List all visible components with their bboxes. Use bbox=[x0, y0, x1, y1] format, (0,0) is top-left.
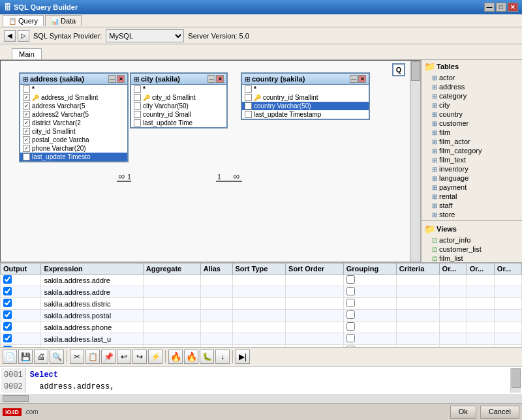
field-postal-code[interactable]: postal_code Varcha bbox=[20, 136, 127, 144]
field-last-update[interactable]: last_update Timesto bbox=[20, 153, 127, 161]
tree-item-customer[interactable]: ⊞customer bbox=[422, 119, 522, 128]
sql-editor[interactable]: 0001 0002 0003 0004 0005 Select address.… bbox=[0, 367, 522, 394]
close-button[interactable]: ✕ bbox=[508, 3, 518, 12]
tree-item-address[interactable]: ⊞address bbox=[422, 82, 522, 91]
field-address-id[interactable]: 🔑 address_id Smallint bbox=[20, 93, 127, 102]
sql-scroll-thumb[interactable] bbox=[512, 368, 521, 388]
tree-item-inventory[interactable]: ⊞inventory bbox=[422, 164, 522, 173]
field-check[interactable] bbox=[134, 94, 141, 101]
toolbar-btn-1[interactable]: ◀ bbox=[4, 30, 16, 42]
field-check[interactable] bbox=[23, 153, 30, 160]
tree-item-city[interactable]: ⊞city bbox=[422, 100, 522, 110]
grid-scroll[interactable]: Output Expression Aggregate Alias Sort T… bbox=[0, 263, 522, 347]
field-country-name[interactable]: country Varchar(50) bbox=[242, 102, 369, 110]
run-btn[interactable]: 🔥 bbox=[168, 350, 183, 364]
field-check[interactable] bbox=[245, 102, 252, 110]
table-city-minimize[interactable]: — bbox=[207, 75, 215, 83]
ok-button[interactable]: Ok bbox=[450, 406, 476, 419]
row-check-3[interactable] bbox=[3, 299, 12, 307]
row-group-4[interactable] bbox=[346, 310, 355, 319]
new-btn[interactable]: 📄 bbox=[3, 350, 17, 364]
table-city-close[interactable]: ✕ bbox=[216, 75, 224, 83]
table-address-minimize[interactable]: — bbox=[108, 75, 116, 83]
field-district[interactable]: district Varchar(2 bbox=[20, 119, 127, 127]
row-check-4[interactable] bbox=[3, 310, 12, 319]
tab-query[interactable]: 📋 Query bbox=[3, 15, 44, 26]
tree-item-store[interactable]: ⊞store bbox=[422, 210, 522, 219]
field-check[interactable] bbox=[245, 94, 252, 101]
row-group-3[interactable] bbox=[346, 299, 355, 307]
copy-btn[interactable]: 📋 bbox=[85, 350, 100, 364]
row-group-1[interactable] bbox=[346, 275, 355, 284]
row-group-5[interactable] bbox=[346, 322, 355, 331]
table-country-close[interactable]: ✕ bbox=[358, 75, 366, 83]
views-tree-header[interactable]: 📁 Views bbox=[422, 222, 522, 235]
row-check-5[interactable] bbox=[3, 322, 12, 331]
canvas-vscrollbar[interactable] bbox=[410, 61, 420, 262]
field-check[interactable] bbox=[23, 136, 30, 143]
field-address-star[interactable]: * bbox=[20, 85, 127, 93]
field-check[interactable] bbox=[23, 145, 30, 152]
tree-item-film-actor[interactable]: ⊞film_actor bbox=[422, 137, 522, 146]
field-country-last-update[interactable]: last_update Timestamp bbox=[242, 110, 369, 119]
field-address2[interactable]: address2 Varchar(5 bbox=[20, 110, 127, 119]
field-city-last-update[interactable]: last_update Time bbox=[131, 119, 226, 127]
main-tab[interactable]: Main bbox=[12, 48, 42, 59]
row-group-2[interactable] bbox=[346, 287, 355, 295]
field-city-country-id[interactable]: country_id Small bbox=[131, 110, 226, 119]
field-check[interactable] bbox=[134, 111, 141, 118]
row-check-2[interactable] bbox=[3, 287, 12, 295]
tree-item-language[interactable]: ⊞language bbox=[422, 173, 522, 183]
field-country-star[interactable]: * bbox=[242, 85, 369, 93]
print-btn[interactable]: 🖨 bbox=[34, 350, 48, 364]
field-check[interactable] bbox=[245, 111, 252, 118]
field-city-id[interactable]: city_id Smallint bbox=[20, 127, 127, 136]
field-check[interactable] bbox=[134, 102, 141, 110]
field-check[interactable] bbox=[23, 94, 30, 101]
tree-item-actor-info[interactable]: ⊡actor_info bbox=[422, 235, 522, 245]
field-check[interactable] bbox=[23, 85, 30, 93]
sql-content[interactable]: Select address.address, address.address2… bbox=[26, 368, 510, 393]
save-btn[interactable]: 💾 bbox=[18, 350, 33, 364]
maximize-button[interactable]: □ bbox=[496, 3, 506, 12]
tree-item-country[interactable]: ⊞country bbox=[422, 110, 522, 119]
sql-vscrollbar[interactable] bbox=[510, 368, 521, 393]
tree-item-payment[interactable]: ⊞payment bbox=[422, 183, 522, 192]
redo-btn[interactable]: ↪ bbox=[132, 350, 147, 364]
tree-item-film[interactable]: ⊞film bbox=[422, 128, 522, 137]
field-check[interactable] bbox=[134, 85, 141, 93]
field-check[interactable] bbox=[23, 119, 30, 127]
cancel-button[interactable]: Cancel bbox=[480, 406, 519, 419]
tree-item-film-text[interactable]: ⊞film_text bbox=[422, 155, 522, 164]
field-check[interactable] bbox=[245, 85, 252, 93]
paste-btn[interactable]: 📌 bbox=[101, 350, 115, 364]
row-check-1[interactable] bbox=[3, 275, 12, 284]
end-btn[interactable]: ▶| bbox=[236, 350, 250, 364]
field-check[interactable] bbox=[134, 119, 141, 127]
search-btn[interactable]: 🔍 bbox=[50, 350, 64, 364]
debug-btn[interactable]: 🐛 bbox=[200, 350, 214, 364]
tree-item-actor[interactable]: ⊞actor bbox=[422, 73, 522, 82]
field-city-name[interactable]: city Varchar(50) bbox=[131, 102, 226, 110]
field-check[interactable] bbox=[23, 128, 30, 135]
tab-data[interactable]: 📊 Data bbox=[45, 15, 82, 26]
stop-btn[interactable]: 🔥 bbox=[184, 350, 198, 364]
format-btn[interactable]: ⚡ bbox=[148, 350, 162, 364]
tables-tree-header[interactable]: 📁 Tables bbox=[422, 60, 522, 73]
sql-syntax-select[interactable]: MySQL bbox=[106, 29, 184, 42]
query-execute-button[interactable]: Q bbox=[392, 63, 405, 76]
table-country-minimize[interactable]: — bbox=[350, 75, 358, 83]
field-city-star[interactable]: * bbox=[131, 85, 226, 93]
step-btn[interactable]: ↓ bbox=[215, 350, 230, 364]
field-phone[interactable]: phone Varchar(20) bbox=[20, 144, 127, 153]
field-check[interactable] bbox=[23, 102, 30, 110]
cut-btn[interactable]: ✂ bbox=[70, 350, 84, 364]
field-address[interactable]: address Varchar(5 bbox=[20, 102, 127, 110]
row-group-6[interactable] bbox=[346, 334, 355, 342]
toolbar-btn-2[interactable]: ▷ bbox=[18, 30, 29, 42]
sql-hscrollbar[interactable] bbox=[0, 394, 522, 403]
tree-item-customer-list[interactable]: ⊡customer_list bbox=[422, 245, 522, 254]
field-country-id[interactable]: 🔑 country_id Smallint bbox=[242, 93, 369, 102]
tree-item-film-category[interactable]: ⊞film_category bbox=[422, 146, 522, 155]
table-address-close[interactable]: ✕ bbox=[117, 75, 125, 83]
